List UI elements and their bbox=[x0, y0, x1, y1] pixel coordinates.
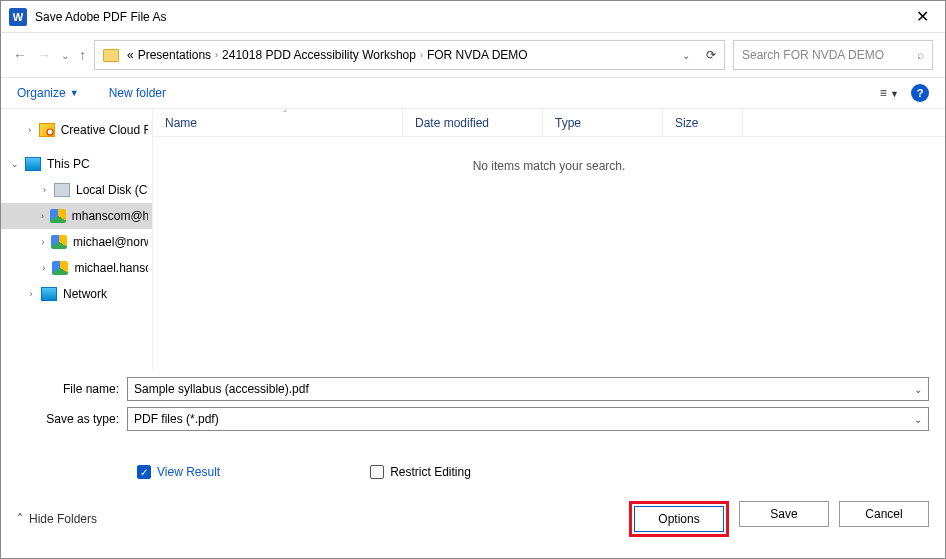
filename-value: Sample syllabus (accessible).pdf bbox=[134, 382, 309, 396]
savetype-value: PDF files (*.pdf) bbox=[134, 412, 219, 426]
restrict-editing-checkbox[interactable]: Restrict Editing bbox=[370, 465, 471, 479]
tree-label: Local Disk (C:) bbox=[76, 183, 148, 197]
filename-input[interactable]: Sample syllabus (accessible).pdf ⌄ bbox=[127, 377, 929, 401]
refresh-icon[interactable]: ⟳ bbox=[706, 48, 716, 62]
checkbox-unchecked-icon bbox=[370, 465, 384, 479]
google-drive-icon bbox=[51, 235, 67, 249]
tree-item-gdrive[interactable]: › michael@norwescon bbox=[1, 229, 152, 255]
breadcrumb-item[interactable]: FOR NVDA DEMO bbox=[427, 48, 528, 62]
empty-message: No items match your search. bbox=[153, 159, 945, 173]
savetype-select[interactable]: PDF files (*.pdf) ⌄ bbox=[127, 407, 929, 431]
tree-label: michael.hanscom bbox=[74, 261, 148, 275]
tree-label: This PC bbox=[47, 157, 90, 171]
column-header-date[interactable]: Date modified bbox=[403, 109, 543, 136]
recent-chevron-icon[interactable]: ⌄ bbox=[61, 50, 69, 61]
google-drive-icon bbox=[52, 261, 68, 275]
column-header-type[interactable]: Type bbox=[543, 109, 663, 136]
tree-item-network[interactable]: › Network bbox=[1, 281, 152, 307]
network-icon bbox=[41, 287, 57, 301]
collapse-icon[interactable]: ⌄ bbox=[9, 159, 21, 169]
view-result-label: View Result bbox=[157, 465, 220, 479]
search-icon[interactable]: ⌕ bbox=[917, 48, 924, 62]
organize-label: Organize bbox=[17, 86, 66, 100]
forward-icon[interactable]: → bbox=[37, 47, 51, 63]
breadcrumb-item[interactable]: Presentations bbox=[138, 48, 211, 62]
organize-button[interactable]: Organize ▼ bbox=[17, 86, 79, 100]
tree-item-gdrive[interactable]: › mhanscom@highline.edu bbox=[1, 203, 152, 229]
word-app-icon: W bbox=[9, 8, 27, 26]
hide-folders-label: Hide Folders bbox=[29, 512, 97, 526]
save-button[interactable]: Save bbox=[739, 501, 829, 527]
highlight-annotation: Options bbox=[629, 501, 729, 537]
savetype-label: Save as type: bbox=[17, 412, 127, 426]
back-icon[interactable]: ← bbox=[13, 47, 27, 63]
tree-label: mhanscom@highline.edu bbox=[72, 209, 148, 223]
tree-label: Network bbox=[63, 287, 107, 301]
column-header-name[interactable]: Name bbox=[153, 109, 403, 136]
dropdown-icon[interactable]: ⌄ bbox=[914, 414, 922, 425]
search-placeholder: Search FOR NVDA DEMO bbox=[742, 48, 917, 62]
tree-item-this-pc[interactable]: ⌄ This PC bbox=[1, 151, 152, 177]
sort-indicator-icon: ˄ bbox=[283, 109, 288, 119]
breadcrumb-prefix: « bbox=[127, 48, 134, 62]
nav-tree: › Creative Cloud Files ⌄ This PC › Local… bbox=[1, 109, 153, 369]
chevron-right-icon: › bbox=[215, 50, 218, 60]
address-bar[interactable]: « Presentations › 241018 PDD Accessibili… bbox=[94, 40, 725, 70]
breadcrumb: « Presentations › 241018 PDD Accessibili… bbox=[127, 48, 682, 62]
google-drive-icon bbox=[50, 209, 66, 223]
folder-icon bbox=[103, 49, 119, 62]
window-title: Save Adobe PDF File As bbox=[35, 10, 166, 24]
view-mode-button[interactable]: ≡ ▼ bbox=[880, 86, 899, 100]
chevron-down-icon[interactable]: ⌄ bbox=[682, 50, 690, 61]
tree-item-creative-cloud[interactable]: › Creative Cloud Files bbox=[1, 117, 152, 143]
hide-folders-button[interactable]: ˄ Hide Folders bbox=[17, 512, 97, 526]
disk-icon bbox=[54, 183, 70, 197]
new-folder-button[interactable]: New folder bbox=[109, 86, 166, 100]
close-icon[interactable]: ✕ bbox=[908, 3, 937, 30]
caret-down-icon: ▼ bbox=[70, 88, 79, 98]
tree-label: Creative Cloud Files bbox=[61, 123, 148, 137]
breadcrumb-item[interactable]: 241018 PDD Accessibility Workshop bbox=[222, 48, 416, 62]
options-button[interactable]: Options bbox=[634, 506, 724, 532]
checkbox-checked-icon: ✓ bbox=[137, 465, 151, 479]
column-header-size[interactable]: Size bbox=[663, 109, 743, 136]
tree-label: michael@norwescon bbox=[73, 235, 148, 249]
help-icon[interactable]: ? bbox=[911, 84, 929, 102]
search-input[interactable]: Search FOR NVDA DEMO ⌕ bbox=[733, 40, 933, 70]
view-result-checkbox[interactable]: ✓ View Result bbox=[137, 465, 220, 479]
creative-cloud-icon bbox=[39, 123, 55, 137]
cancel-button[interactable]: Cancel bbox=[839, 501, 929, 527]
tree-item-local-disk[interactable]: › Local Disk (C:) bbox=[1, 177, 152, 203]
chevron-up-icon: ˄ bbox=[17, 512, 23, 526]
expand-icon[interactable]: › bbox=[25, 125, 35, 135]
filename-label: File name: bbox=[17, 382, 127, 396]
dropdown-icon[interactable]: ⌄ bbox=[914, 384, 922, 395]
tree-item-gdrive[interactable]: › michael.hanscom bbox=[1, 255, 152, 281]
up-icon[interactable]: ↑ bbox=[79, 47, 86, 63]
pc-icon bbox=[25, 157, 41, 171]
file-list: ˄ Name Date modified Type Size No items … bbox=[153, 109, 945, 369]
chevron-right-icon: › bbox=[420, 50, 423, 60]
restrict-label: Restrict Editing bbox=[390, 465, 471, 479]
